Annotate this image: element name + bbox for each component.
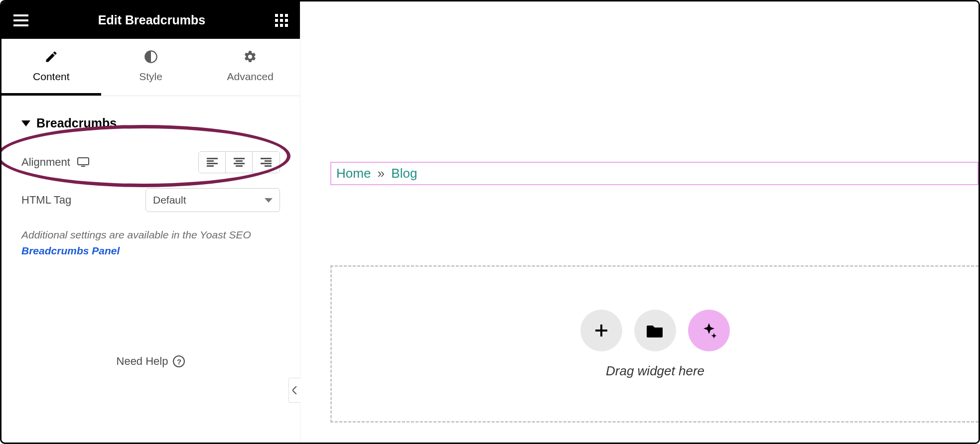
tab-style-label: Style [139, 71, 162, 83]
breadcrumb-home-link[interactable]: Home [336, 166, 371, 181]
pencil-icon [44, 50, 58, 66]
note-prefix: Additional settings are available in the… [21, 229, 251, 240]
svg-rect-2 [13, 24, 28, 26]
svg-rect-26 [265, 165, 272, 167]
contrast-icon [144, 50, 158, 66]
svg-rect-0 [13, 14, 28, 16]
panel-title: Edit Breadcrumbs [28, 13, 275, 27]
svg-rect-24 [265, 160, 272, 162]
control-alignment: Alignment [21, 151, 280, 173]
collapse-sidebar-button[interactable] [288, 378, 300, 403]
html-tag-value: Default [153, 194, 186, 206]
breadcrumb-separator: » [378, 166, 385, 181]
add-widget-button[interactable] [580, 310, 622, 351]
drop-zone[interactable]: Drag widget here [330, 265, 979, 423]
svg-rect-22 [236, 165, 243, 167]
svg-rect-5 [285, 14, 288, 17]
html-tag-label: HTML Tag [21, 194, 71, 207]
alignment-choices [198, 151, 280, 173]
svg-rect-1 [13, 19, 28, 21]
panel-tabs: Content Style Advanced [1, 39, 300, 96]
svg-rect-21 [234, 163, 245, 164]
desktop-icon[interactable] [77, 157, 89, 167]
section-toggle-breadcrumbs[interactable]: Breadcrumbs [21, 116, 280, 130]
tab-advanced-label: Advanced [227, 71, 273, 83]
align-left-button[interactable] [199, 152, 226, 173]
svg-rect-20 [236, 160, 243, 162]
section-title: Breadcrumbs [36, 116, 117, 130]
tab-advanced[interactable]: Advanced [200, 39, 300, 96]
breadcrumbs-panel-link[interactable]: Breadcrumbs Panel [21, 245, 120, 256]
svg-rect-15 [207, 158, 218, 159]
svg-rect-8 [285, 19, 288, 22]
svg-rect-19 [234, 158, 245, 159]
svg-rect-13 [78, 158, 89, 165]
control-html-tag: HTML Tag Default [21, 188, 280, 212]
align-center-button[interactable] [226, 152, 253, 173]
svg-rect-3 [275, 14, 278, 17]
widgets-grid-icon[interactable] [275, 14, 288, 27]
breadcrumb-page-link[interactable]: Blog [391, 166, 417, 181]
align-right-button[interactable] [253, 152, 280, 173]
html-tag-select[interactable]: Default [145, 188, 280, 212]
editor-sidebar: Edit Breadcrumbs Content Style [1, 1, 300, 443]
svg-rect-25 [261, 163, 272, 164]
need-help[interactable]: Need Help ? [1, 355, 300, 368]
tab-style[interactable]: Style [101, 39, 201, 96]
editor-canvas: Home » Blog Drag widget here [300, 1, 979, 443]
alignment-label: Alignment [21, 156, 70, 169]
caret-down-icon [21, 120, 30, 126]
tab-content[interactable]: Content [1, 39, 101, 96]
svg-rect-14 [81, 166, 85, 167]
svg-rect-9 [275, 24, 278, 27]
svg-rect-10 [280, 24, 283, 27]
tab-content-label: Content [33, 71, 70, 83]
svg-rect-23 [261, 158, 272, 159]
settings-note: Additional settings are available in the… [21, 227, 280, 258]
ai-button[interactable] [688, 310, 730, 351]
sidebar-header: Edit Breadcrumbs [1, 1, 300, 39]
svg-rect-6 [275, 19, 278, 22]
svg-rect-17 [207, 163, 218, 164]
breadcrumbs-widget[interactable]: Home » Blog [330, 162, 979, 185]
gear-icon [243, 50, 257, 66]
panel-body: Breadcrumbs Alignment [1, 96, 300, 443]
svg-rect-28 [595, 330, 607, 332]
svg-rect-16 [207, 160, 214, 162]
svg-rect-18 [207, 165, 214, 167]
chevron-down-icon [265, 198, 273, 203]
svg-rect-7 [280, 19, 283, 22]
folder-button[interactable] [634, 310, 676, 351]
drop-zone-label: Drag widget here [606, 363, 704, 379]
svg-rect-11 [285, 24, 288, 27]
need-help-label: Need Help [117, 355, 168, 368]
menu-icon[interactable] [13, 14, 28, 26]
svg-rect-4 [280, 14, 283, 17]
help-icon: ? [173, 355, 185, 367]
